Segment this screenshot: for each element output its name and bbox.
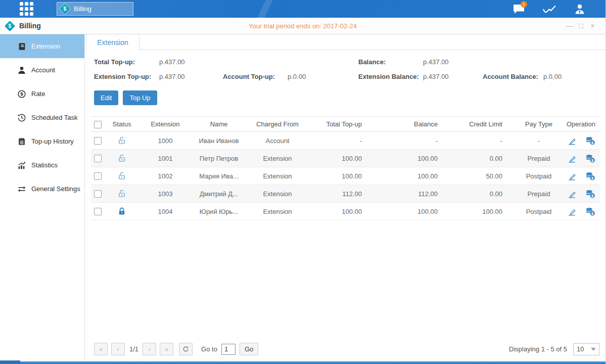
charged-from-cell: Extension: [245, 150, 310, 167]
column-header[interactable]: Total Top-up: [310, 117, 375, 132]
unlocked-icon: [117, 136, 126, 144]
page-size-select[interactable]: 10: [573, 343, 599, 355]
refresh-button[interactable]: [179, 343, 193, 355]
total-topup-cell: -: [310, 132, 375, 150]
window-title-group: $ Billing: [6, 22, 41, 30]
svg-text:$: $: [591, 211, 593, 215]
table-row[interactable]: 1000 Иван Иванов Account - - - - $: [91, 132, 600, 150]
pay-type-cell: Prepaid: [516, 150, 562, 167]
unlocked-icon: [117, 171, 126, 179]
column-header[interactable]: Pay Type: [516, 117, 562, 132]
name-cell: Петр Петров: [193, 150, 245, 167]
table-row[interactable]: 1002 Мария Ива... Extension 100.00 100.0…: [91, 167, 600, 185]
name-cell: Дмитрий Д...: [193, 185, 245, 203]
close-icon[interactable]: ×: [587, 22, 598, 30]
table-row[interactable]: 1001 Петр Петров Extension 100.00 100.00…: [91, 150, 600, 167]
first-page-icon[interactable]: «: [94, 343, 108, 355]
topup-icon[interactable]: $: [585, 189, 595, 199]
sidebar-item-extension[interactable]: Extension: [0, 34, 84, 58]
extension-cell: 1000: [137, 132, 193, 150]
topup-icon[interactable]: $: [585, 207, 595, 216]
resource-monitor-button[interactable]: [539, 0, 560, 18]
tab-extension[interactable]: Extension: [86, 34, 139, 50]
user-account-button[interactable]: [569, 0, 590, 18]
column-header[interactable]: Operation: [562, 117, 600, 132]
extension-balance-value: p.437.00: [423, 73, 483, 80]
topup-icon[interactable]: $: [585, 154, 595, 163]
edit-button[interactable]: Edit: [94, 90, 118, 105]
sidebar-item-general-settings[interactable]: General Settings: [0, 177, 84, 201]
sidebar-item-rate[interactable]: $ Rate: [0, 82, 84, 106]
column-header[interactable]: Name: [193, 117, 245, 132]
balance-cell: 100.00: [375, 167, 451, 185]
summary-panel: Total Top-up: p.437.00 Extension Top-up:…: [85, 50, 605, 80]
extension-balance-label: Extension Balance:: [358, 73, 423, 80]
sidebar-nav: Extension Account $ Rate Scheduled Task …: [0, 34, 85, 361]
top-up-button[interactable]: Top Up: [123, 90, 157, 105]
charged-from-cell: Extension: [245, 185, 310, 203]
taskbar-tab-billing[interactable]: $ Billing: [57, 2, 133, 16]
page-size-value: 10: [577, 345, 584, 353]
goto-page-input[interactable]: [221, 344, 236, 355]
sidebar-item-statistics[interactable]: Statistics: [0, 153, 84, 177]
column-header[interactable]: Status: [106, 117, 137, 132]
pay-type-cell: Postpaid: [516, 167, 562, 185]
name-cell: Мария Ива...: [193, 167, 245, 185]
notification-badge: !: [521, 1, 527, 8]
charged-from-cell: Extension: [245, 167, 310, 185]
row-checkbox[interactable]: [94, 208, 102, 215]
edit-icon[interactable]: [567, 189, 577, 198]
goto-label: Go to: [201, 345, 217, 353]
tab-bar: Extension: [85, 34, 605, 50]
row-checkbox[interactable]: [94, 190, 102, 198]
table-row[interactable]: 1003 Дмитрий Д... Extension 112.00 112.0…: [91, 185, 600, 203]
sidebar-item-label: Top-up History: [31, 138, 74, 145]
next-page-icon[interactable]: ›: [143, 343, 156, 355]
column-header[interactable]: Balance: [375, 117, 451, 132]
extension-table-wrap: StatusExtensionNameCharged FromTotal Top…: [85, 105, 605, 220]
column-header[interactable]: Charged From: [245, 117, 310, 132]
prev-page-icon[interactable]: ‹: [111, 343, 125, 355]
topbar-right-icons: !: [499, 0, 590, 18]
minimize-icon[interactable]: —: [564, 22, 575, 30]
credit-limit-cell: 100.00: [451, 203, 516, 220]
go-button[interactable]: Go: [240, 343, 258, 355]
extension-cell: 1001: [137, 150, 193, 167]
row-checkbox[interactable]: [94, 172, 102, 180]
topup-icon[interactable]: $: [585, 136, 595, 146]
last-page-icon[interactable]: »: [160, 343, 173, 355]
edit-icon[interactable]: [567, 154, 577, 162]
action-buttons: Edit Top Up: [85, 80, 605, 105]
svg-text:$: $: [591, 193, 593, 198]
extension-cell: 1003: [137, 185, 193, 203]
charged-from-cell: Extension: [245, 203, 310, 220]
user-icon: [574, 3, 586, 15]
edit-icon[interactable]: [567, 171, 577, 180]
maximize-icon[interactable]: □: [575, 22, 587, 30]
column-header[interactable]: Extension: [137, 117, 193, 132]
sidebar-item-account[interactable]: Account: [0, 58, 84, 82]
edit-icon[interactable]: [567, 136, 577, 145]
charged-from-cell: Account: [245, 132, 310, 150]
os-taskbar-corner: [0, 360, 20, 364]
pagination-bar: « ‹ 1/1 › » Go to Go Displaying 1 - 5 of…: [85, 343, 605, 361]
table-row[interactable]: 1004 Юрий Юрь... Extension 100.00 100.00…: [91, 203, 600, 220]
topup-icon[interactable]: $: [585, 171, 595, 181]
sidebar-item-topup-history[interactable]: Top-up History: [0, 129, 84, 153]
extension-topup-value: p.437.00: [159, 73, 223, 80]
notifications-button[interactable]: !: [508, 0, 530, 18]
sidebar-item-label: Extension: [31, 42, 60, 50]
edit-icon[interactable]: [567, 207, 577, 215]
row-checkbox[interactable]: [94, 155, 102, 162]
account-topup-label: Account Top-up:: [223, 73, 288, 80]
total-topup-cell: 100.00: [310, 150, 375, 167]
credit-limit-cell: -: [451, 132, 516, 150]
line-chart-icon: [542, 4, 556, 15]
app-grid-button[interactable]: [15, 0, 37, 18]
column-header[interactable]: Credit Limit: [451, 117, 516, 132]
table-body: 1000 Иван Иванов Account - - - - $ 1001 …: [91, 132, 600, 220]
sidebar-item-scheduled-task[interactable]: Scheduled Task: [0, 106, 84, 129]
row-checkbox[interactable]: [94, 137, 102, 145]
name-cell: Юрий Юрь...: [193, 203, 245, 220]
select-all-checkbox[interactable]: [94, 121, 102, 128]
